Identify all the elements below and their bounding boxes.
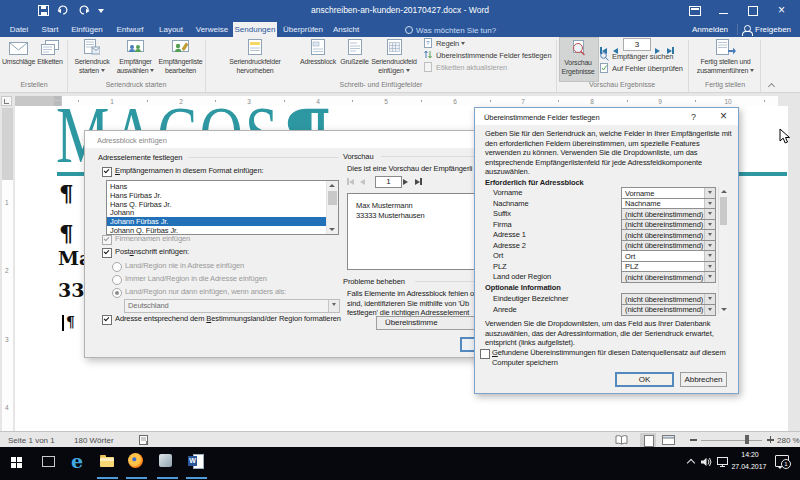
tray-chevron-icon[interactable] bbox=[687, 459, 695, 467]
word-taskbar-icon[interactable]: W bbox=[188, 454, 202, 467]
zoom-out-button[interactable] bbox=[690, 439, 697, 441]
list-item[interactable]: Hans Q. Fürbas Jr. bbox=[110, 200, 171, 209]
status-page[interactable]: Seite 1 von 1 bbox=[8, 436, 55, 445]
field-label: Anrede bbox=[493, 305, 517, 314]
regeln-button[interactable]: ? Regeln bbox=[424, 38, 465, 48]
tray-date[interactable]: 27.04.2017 bbox=[729, 463, 769, 470]
tab-sendungen[interactable]: Sendungen bbox=[233, 22, 277, 37]
radio-land-immer[interactable] bbox=[112, 275, 122, 285]
dialog1-section-elements: Adresselemente festlegen bbox=[98, 153, 182, 162]
save-matches-checkbox[interactable] bbox=[480, 349, 490, 359]
etiketten-button[interactable]: Etiketten bbox=[35, 38, 65, 66]
proofing-icon[interactable] bbox=[139, 435, 151, 445]
task-view-button[interactable] bbox=[42, 456, 55, 467]
print-layout-icon[interactable] bbox=[640, 433, 656, 447]
uebereinstimmende-felder-button[interactable]: Übereinstimmende Felder festlegen bbox=[424, 50, 552, 60]
file-explorer-icon[interactable] bbox=[100, 457, 114, 467]
status-words[interactable]: 180 Wörter bbox=[74, 436, 114, 445]
ribbon-display-icon[interactable] bbox=[689, 6, 701, 16]
dialog2-close-button[interactable]: × bbox=[720, 109, 727, 123]
finish-merge-icon bbox=[716, 38, 736, 55]
seriendruck-starten-button[interactable]: Seriendruck starten bbox=[71, 38, 113, 75]
tray-time[interactable]: 14:20 bbox=[736, 451, 764, 458]
preview-last-button[interactable] bbox=[415, 178, 422, 187]
firmennamen-checkbox[interactable] bbox=[102, 235, 112, 245]
read-mode-icon[interactable] bbox=[615, 435, 628, 445]
tab-datei[interactable]: Datei bbox=[2, 22, 36, 37]
tab-start[interactable]: Start bbox=[38, 22, 62, 37]
zoom-slider-thumb[interactable] bbox=[745, 435, 749, 444]
section-optional: Optionale Information bbox=[485, 283, 561, 292]
country-combobox[interactable]: Deutschland bbox=[124, 299, 340, 313]
empfaenger-suchen-button[interactable]: Empfänger suchen bbox=[600, 51, 673, 61]
tab-einfuegen[interactable]: Einfügen bbox=[66, 22, 108, 37]
empfaenger-auswaehlen-button[interactable]: Empfänger auswählen bbox=[114, 38, 157, 75]
name-format-listbox[interactable]: Hans Hans Fürbas Jr. Hans Q. Fürbas Jr. … bbox=[106, 180, 339, 235]
field-combo-anrede[interactable]: (nicht übereinstimmend) bbox=[621, 304, 716, 316]
seriendruckfeld-einfuegen-button[interactable]: Seriendruckfeld einfügen bbox=[371, 38, 417, 75]
taskbar: e W 14:20 27.04.2017 1 bbox=[0, 447, 800, 480]
preview-first-button[interactable] bbox=[347, 178, 354, 187]
minimize-button[interactable] bbox=[719, 13, 728, 14]
radio-land-immer-label: Immer Land/Region in die Adresse einfüge… bbox=[125, 274, 267, 283]
vertical-ruler: 1 2 3 4 bbox=[2, 108, 13, 431]
tab-entwurf[interactable]: Entwurf bbox=[110, 22, 150, 37]
record-number-box[interactable]: 3 bbox=[623, 38, 651, 51]
firefox-icon[interactable] bbox=[128, 453, 143, 468]
radio-land-nur[interactable] bbox=[112, 288, 122, 298]
zoom-level[interactable]: 280 % bbox=[777, 436, 800, 445]
fehler-ueberpruefen-button[interactable]: Auf Fehler überprüfen bbox=[600, 63, 683, 73]
signin-link[interactable]: Anmelden bbox=[692, 25, 728, 34]
grusszeile-button[interactable]: Grußzeile bbox=[338, 38, 371, 66]
maximize-button[interactable] bbox=[748, 6, 758, 16]
tab-verweise[interactable]: Verweise bbox=[191, 22, 233, 37]
names-checkbox[interactable] bbox=[102, 167, 112, 177]
share-button[interactable]: Freigeben bbox=[755, 25, 791, 34]
vorschau-ergebnisse-button[interactable]: Vorschau Ergebnisse bbox=[559, 37, 599, 82]
notification-badge: 1 bbox=[781, 459, 791, 469]
speaker-icon[interactable] bbox=[700, 456, 713, 468]
close-button[interactable]: × bbox=[778, 3, 785, 17]
etiketten-aktualisieren-button[interactable]: Etiketten aktualisieren bbox=[424, 62, 507, 72]
format-checkbox[interactable] bbox=[102, 315, 112, 325]
listbox-scrollbar[interactable] bbox=[326, 181, 338, 234]
list-item-selected[interactable]: Johann Fürbas Jr. bbox=[110, 217, 168, 226]
field-label: Land oder Region bbox=[493, 272, 551, 281]
app-icon-gray[interactable] bbox=[159, 454, 172, 467]
empfaengerliste-bearbeiten-button[interactable]: Empfängerliste bearbeiten bbox=[157, 38, 204, 75]
dialog2-ok-button[interactable]: OK bbox=[615, 372, 674, 387]
preview-prev-button[interactable] bbox=[360, 178, 365, 187]
radio-land-nur-label: Land/Region nur dann einfügen, wenn ande… bbox=[125, 287, 286, 296]
radio-land-nie[interactable] bbox=[112, 262, 122, 272]
tellme-box[interactable]: Was möchten Sie tun? bbox=[416, 26, 496, 35]
collapse-ribbon-icon[interactable] bbox=[768, 83, 775, 90]
tab-ueberpruefen[interactable]: Überprüfen bbox=[280, 22, 326, 37]
tab-selector[interactable] bbox=[1, 96, 12, 106]
edge-icon[interactable]: e bbox=[71, 450, 83, 472]
postanschrift-checkbox[interactable] bbox=[102, 248, 112, 258]
web-layout-icon[interactable] bbox=[662, 435, 675, 445]
dialog2-help-button[interactable]: ? bbox=[691, 112, 696, 122]
umschlaege-button[interactable]: Umschläge bbox=[3, 38, 34, 66]
preview-next-button[interactable] bbox=[403, 178, 408, 187]
country-combo-arrow[interactable] bbox=[328, 300, 339, 312]
dialog1-section-preview: Vorschau bbox=[343, 152, 373, 161]
adressblock-button[interactable]: Adressblock bbox=[299, 38, 337, 66]
seriendruckfelder-hervorheben-button[interactable]: Seriendruckfelder hervorheben bbox=[213, 38, 297, 75]
tab-layout[interactable]: Layout bbox=[152, 22, 190, 37]
dialog2-scrollbar[interactable] bbox=[718, 187, 728, 314]
para-mark-2: ¶ bbox=[59, 219, 74, 246]
dialog2-cancel-button[interactable]: Abbrechen bbox=[680, 372, 727, 387]
notification-icon[interactable]: 1 bbox=[775, 455, 789, 467]
list-item[interactable]: Hans Fürbas Jr. bbox=[110, 191, 161, 200]
fertig-stellen-button[interactable]: Fertig stellen und zusammenführen bbox=[694, 38, 757, 75]
zoom-slider-track[interactable] bbox=[701, 440, 762, 441]
group-label-seriendruck-starten: Seriendruck starten bbox=[86, 81, 186, 88]
tab-ansicht[interactable]: Ansicht bbox=[328, 22, 364, 37]
problem-line1: Falls Elemente im Adressblock fehlen o bbox=[347, 289, 474, 298]
list-item[interactable]: Hans bbox=[110, 182, 127, 191]
field-combo-land[interactable]: (nicht übereinstimmend) bbox=[621, 271, 716, 283]
preview-number-box[interactable]: 1 bbox=[375, 176, 402, 188]
match-fields-button[interactable]: Übereinstimme bbox=[376, 316, 487, 330]
start-button[interactable] bbox=[11, 457, 16, 462]
